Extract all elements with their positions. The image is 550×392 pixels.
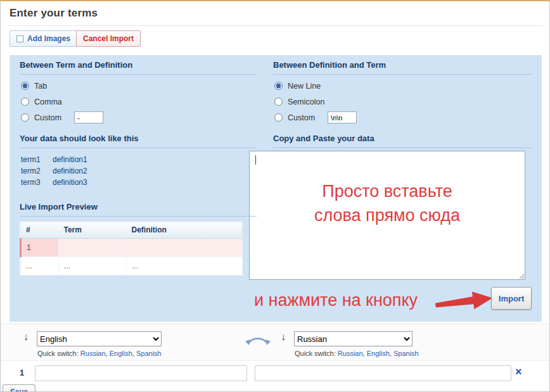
checkbox-icon [16,35,23,42]
col-header-term: Term [59,222,127,239]
paste-data-textarea[interactable] [249,151,525,280]
radio-option-semicolon[interactable]: Semicolon [274,94,357,110]
radio-option-custom[interactable]: Custom [21,110,103,125]
add-images-button[interactable]: Add Images [10,30,77,47]
import-terms-page: Enter your terms Add Images Cancel Impor… [0,0,550,392]
tab-radio[interactable] [21,82,29,90]
quick-link[interactable]: Spanish [136,350,162,357]
table-row: 1 [21,239,243,257]
language-settings-strip: ↓ English Quick switch: Russian, English… [1,324,549,361]
down-arrow-icon: ↓ [23,331,29,343]
term-input[interactable] [35,365,247,381]
radio-option-newline[interactable]: New Line [274,78,357,94]
page-title: Enter your terms [10,7,98,20]
example-row: term3definition3 [21,177,87,188]
click-hint-annotation: и нажмите на кнопку [235,291,437,310]
example-heading: Your data should look like this [20,134,257,148]
quick-link[interactable]: English [110,350,132,357]
term-language-select[interactable]: English [37,331,162,346]
down-arrow-icon: ↓ [281,331,286,343]
table-row: ... ... ... [21,257,243,275]
delete-row-icon[interactable]: × [515,365,522,379]
quick-link[interactable]: English [367,350,390,357]
custom-radio[interactable] [21,113,29,122]
red-arrow-icon [434,289,494,317]
save-button[interactable]: Save [3,384,35,392]
radio-option-comma[interactable]: Comma [21,94,103,110]
def-term-heading: Between Definition and Term [273,60,533,75]
swap-languages-icon[interactable] [244,335,272,350]
cancel-import-button[interactable]: Cancel Import [76,30,141,47]
row-number: 1 [20,368,24,377]
quick-link[interactable]: Russian [338,350,363,357]
custom-separator-input[interactable] [328,111,357,123]
header-divider [7,25,543,26]
radio-option-custom[interactable]: Custom [274,110,357,125]
quick-link[interactable]: Spanish [393,350,419,357]
cancel-import-label: Cancel Import [83,34,134,43]
term-row-1: 1 × [1,362,549,384]
newline-radio[interactable] [274,82,283,90]
radio-label: Semicolon [288,98,324,106]
radio-label: Custom [288,113,315,122]
semicolon-radio[interactable] [274,98,283,106]
term-def-separator-options: Tab Comma Custom [21,78,103,125]
radio-option-tab[interactable]: Tab [21,78,103,94]
paste-heading: Copy and Paste your data [273,134,533,148]
radio-label: Custom [34,113,61,122]
example-row: term2definition2 [21,165,87,177]
col-header-num: # [21,222,59,239]
preview-header-row: # Term Definition [21,222,243,239]
radio-label: Comma [34,98,62,106]
comma-radio[interactable] [21,98,29,106]
radio-label: New Line [288,82,321,91]
definition-input[interactable] [255,365,511,381]
custom-separator-input[interactable] [74,111,103,123]
example-data: term1definition1 term2definition2 term3d… [21,154,87,188]
custom-radio[interactable] [274,113,283,122]
radio-label: Tab [34,82,47,91]
quick-link[interactable]: Russian [80,350,106,357]
preview-heading: Live Import Preview [20,202,257,217]
def-term-separator-options: New Line Semicolon Custom [274,78,357,125]
col-header-definition: Definition [127,222,243,239]
quick-switch-left: Quick switch: Russian, English, Spanish [37,350,162,357]
definition-language-select[interactable]: Russian [294,331,412,346]
term-def-heading: Between Term and Definition [20,60,257,75]
import-button[interactable]: Import [491,287,532,310]
quick-switch-right: Quick switch: Russian, English, Spanish [295,350,419,357]
import-options-panel: Between Term and Definition Between Defi… [10,55,542,322]
add-images-label: Add Images [27,34,70,43]
live-import-preview-table: # Term Definition 1 ... ... ... [20,221,243,275]
example-row: term1definition1 [21,154,87,165]
